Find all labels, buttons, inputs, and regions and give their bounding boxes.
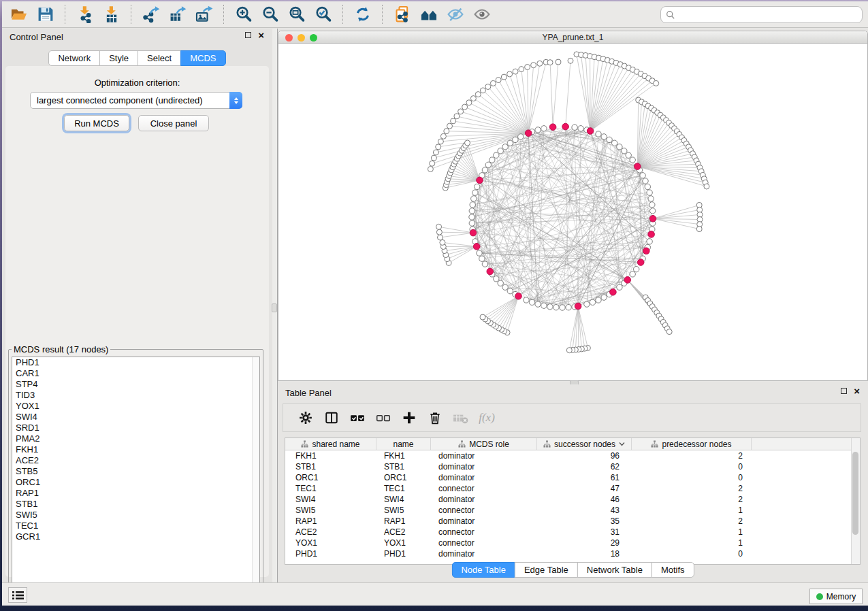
cell-name: SWI5	[376, 505, 431, 516]
mcds-result-item[interactable]: CAR1	[12, 368, 259, 379]
cell-successor-nodes: 43	[537, 505, 632, 516]
network-graph-canvas[interactable]	[278, 44, 867, 380]
table-row[interactable]: PHD1PHD1dominator180	[285, 548, 860, 559]
close-panel-button[interactable]: Close panel	[138, 115, 209, 131]
table-row[interactable]: SWI4SWI4dominator462	[285, 494, 860, 505]
cell-MCDS-role: dominator	[431, 494, 537, 505]
table-row[interactable]: SWI5SWI5connector431	[285, 505, 860, 516]
sort-descending-icon	[619, 442, 625, 446]
zoom-out-icon[interactable]	[257, 3, 283, 25]
export-image-icon[interactable]	[191, 3, 217, 25]
table-row[interactable]: STB1STB1dominator620	[285, 461, 860, 472]
table-row[interactable]: ORC1ORC1dominator610	[285, 472, 860, 483]
shared-column-icon	[651, 440, 658, 448]
mcds-result-item[interactable]: PMA2	[12, 433, 259, 444]
tab-edge-table[interactable]: Edge Table	[515, 562, 578, 578]
zoom-selected-icon[interactable]	[310, 3, 336, 25]
mcds-result-item[interactable]: STB1	[12, 499, 259, 510]
mcds-result-item[interactable]: SWI4	[12, 412, 259, 423]
table-row[interactable]: TEC1TEC1connector472	[285, 483, 860, 494]
tab-network-table[interactable]: Network Table	[577, 562, 652, 578]
cell-MCDS-role: connector	[431, 527, 537, 538]
column-header-MCDS-role[interactable]: MCDS role	[431, 438, 537, 450]
table-scrollbar-thumb[interactable]	[852, 452, 858, 535]
mcds-result-item[interactable]: ACE2	[12, 455, 259, 466]
zoom-fit-icon[interactable]	[283, 3, 310, 25]
table-row[interactable]: RAP1RAP1dominator352	[285, 516, 860, 527]
cell-shared-name: STB1	[285, 461, 376, 472]
cell-name: ORC1	[376, 472, 431, 483]
mcds-result-item[interactable]: TID3	[12, 390, 259, 401]
tab-style[interactable]: Style	[99, 50, 138, 66]
select-all-columns-icon[interactable]	[344, 406, 370, 429]
cell-successor-nodes: 62	[537, 461, 632, 472]
close-table-panel-icon[interactable]: ×	[854, 388, 860, 394]
search-box[interactable]	[660, 6, 863, 23]
cell-predecessor-nodes: 1	[632, 538, 752, 548]
mcds-panel: Optimization criterion: largest connecte…	[5, 66, 269, 577]
save-icon[interactable]	[32, 3, 59, 25]
float-panel-icon[interactable]	[245, 32, 251, 38]
task-history-button[interactable]	[8, 587, 27, 603]
column-header-shared-name[interactable]: shared name	[285, 438, 376, 450]
export-network-icon[interactable]	[138, 3, 164, 25]
import-table-icon[interactable]	[98, 3, 125, 25]
mcds-result-list[interactable]: PHD1CAR1STP4TID3YOX1SWI4SRD1PMA2FKH1ACE2…	[12, 357, 260, 594]
close-light[interactable]	[285, 34, 293, 42]
run-mcds-button[interactable]: Run MCDS	[64, 115, 129, 131]
show-all-icon[interactable]	[468, 3, 495, 25]
tab-node-table[interactable]: Node Table	[451, 562, 515, 578]
mcds-result-item[interactable]: FKH1	[12, 444, 259, 455]
network-window-titlebar[interactable]: YPA_prune.txt_1	[278, 31, 867, 44]
mcds-result-item[interactable]: GCR1	[12, 531, 259, 542]
export-table-icon[interactable]	[164, 3, 191, 25]
mcds-list-scrollbar[interactable]	[252, 357, 259, 593]
duplicate-network-icon[interactable]	[389, 3, 415, 25]
mcds-result-item[interactable]: ORC1	[12, 477, 259, 488]
show-columns-icon[interactable]	[319, 406, 344, 429]
cell-shared-name: FKH1	[285, 450, 376, 461]
tab-select[interactable]: Select	[138, 50, 181, 66]
cell-name: TEC1	[376, 483, 431, 494]
mcds-result-item[interactable]: RAP1	[12, 488, 259, 499]
mcds-result-item[interactable]: STB5	[12, 466, 259, 477]
create-column-icon[interactable]	[396, 406, 422, 429]
table-scrollbar[interactable]	[851, 438, 860, 564]
float-table-panel-icon[interactable]	[841, 388, 847, 394]
mcds-result-item[interactable]: SWI5	[12, 510, 259, 521]
memory-button[interactable]: Memory	[809, 589, 863, 604]
refresh-icon[interactable]	[349, 3, 376, 25]
cell-successor-nodes: 18	[537, 548, 632, 559]
search-input[interactable]	[679, 10, 862, 20]
unselect-all-columns-icon[interactable]	[370, 406, 396, 429]
column-header-predecessor-nodes[interactable]: predecessor nodes	[632, 438, 752, 450]
tab-motifs[interactable]: Motifs	[652, 562, 694, 578]
zoom-in-icon[interactable]	[230, 3, 257, 25]
cell-successor-nodes: 96	[537, 450, 632, 461]
tab-network[interactable]: Network	[48, 50, 100, 66]
cell-MCDS-role: dominator	[431, 461, 537, 472]
first-neighbors-icon[interactable]	[415, 3, 442, 25]
minimize-light[interactable]	[298, 34, 305, 42]
delete-column-icon[interactable]	[422, 406, 448, 429]
table-row[interactable]: ACE2ACE2connector311	[285, 527, 860, 538]
mcds-result-item[interactable]: PHD1	[12, 357, 259, 368]
mcds-result-item[interactable]: SRD1	[12, 423, 259, 433]
criterion-select[interactable]: largest connected component (undirected)	[30, 92, 242, 109]
close-panel-icon[interactable]: ×	[258, 32, 264, 38]
mcds-result-item[interactable]: TEC1	[12, 521, 259, 531]
import-network-icon[interactable]	[71, 3, 98, 25]
mcds-result-item[interactable]: YOX1	[12, 401, 259, 412]
open-icon[interactable]	[5, 3, 32, 25]
column-header-successor-nodes[interactable]: successor nodes	[537, 438, 632, 450]
table-row[interactable]: FKH1FKH1dominator962	[285, 450, 860, 461]
tab-mcds[interactable]: MCDS	[180, 50, 225, 66]
column-header-name[interactable]: name	[376, 438, 431, 450]
vertical-splitter-handle[interactable]	[272, 303, 277, 312]
mcds-result-item[interactable]: STP4	[12, 379, 259, 390]
hide-selected-icon[interactable]	[442, 3, 468, 25]
cell-name: ACE2	[376, 527, 431, 538]
table-settings-icon[interactable]	[293, 406, 319, 429]
zoom-light[interactable]	[310, 34, 317, 42]
table-row[interactable]: YOX1YOX1connector291	[285, 538, 860, 548]
